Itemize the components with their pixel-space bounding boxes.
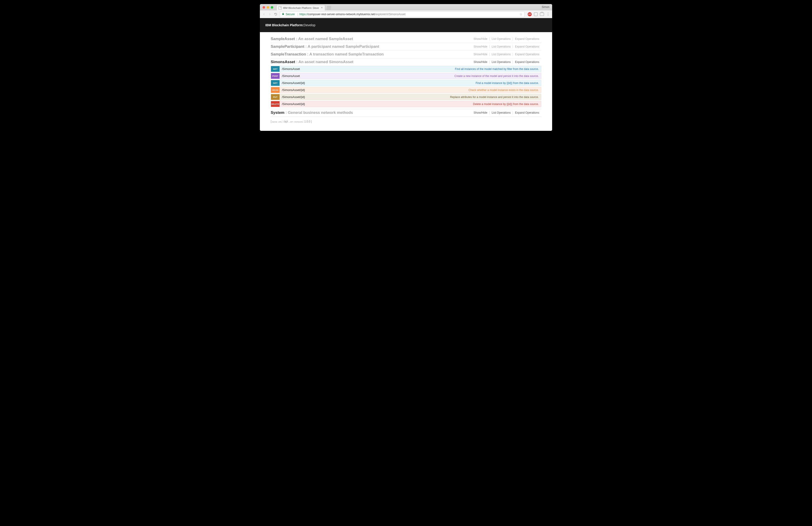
operation-path: /SimonsAsset [279,74,300,78]
api-section: SampleParticipant : A participant named … [271,43,541,51]
operation-path: /SimonsAsset/{id} [279,95,305,99]
page-icon [278,6,281,10]
operation-path: /SimonsAsset/{id} [279,81,305,85]
operation-path: /SimonsAsset/{id} [279,88,305,92]
section-description: A transaction named SampleTransaction [309,52,383,56]
operation-row[interactable]: PUT/SimonsAsset/{id}Replace attributes f… [271,94,541,100]
action-list-ops[interactable]: List Operations [489,37,513,41]
api-footer-meta: [ base url: /api , api version: 1.0.0 ] [271,117,541,124]
section-name: SampleTransaction [271,52,306,56]
base-url-label: base url [272,120,282,123]
action-list-ops[interactable]: List Operations [489,45,513,48]
adblock-extension-icon[interactable]: ABP [528,12,532,16]
section-header[interactable]: SimonsAsset : An asset named SimonsAsset… [271,58,541,66]
section-title[interactable]: SampleAsset : An asset named SampleAsset [271,37,353,41]
operation-description: Find all instances of the model matched … [455,67,541,71]
url-separator: | [298,13,298,16]
action-list-ops[interactable]: List Operations [489,60,513,64]
secure-label: Secure [286,13,295,16]
base-url-value: /api [284,120,288,123]
http-method-badge: GET [271,66,279,72]
forward-button[interactable] [268,13,272,16]
action-show-hide[interactable]: Show/Hide [472,111,489,114]
api-section: System : General business network method… [271,109,541,117]
url-path: /explorer/#/SimonsAsset [375,13,405,16]
operation-row[interactable]: DELETE/SimonsAsset/{id}Delete a model in… [271,101,541,107]
http-method-badge: DELETE [271,101,279,107]
section-actions: Show/HideList OperationsExpand Operation… [472,60,541,64]
section-actions: Show/HideList OperationsExpand Operation… [472,37,541,41]
http-method-badge: HEAD [271,87,279,93]
section-header[interactable]: SampleTransaction : A transaction named … [271,51,541,58]
window-zoom-button[interactable] [271,6,273,9]
bookmark-star-icon[interactable]: ☆ [520,13,522,16]
section-actions: Show/HideList OperationsExpand Operation… [472,45,541,48]
action-list-ops[interactable]: List Operations [489,53,513,56]
action-expand-ops[interactable]: Expand Operations [513,60,541,64]
section-actions: Show/HideList OperationsExpand Operation… [472,53,541,56]
api-version-label: api version [290,120,303,123]
action-show-hide[interactable]: Show/Hide [472,37,489,41]
action-expand-ops[interactable]: Expand Operations [513,53,541,56]
http-method-badge: POST [271,73,279,79]
section-title[interactable]: SampleTransaction : A transaction named … [271,52,384,57]
http-method-badge: GET [271,80,279,86]
section-description: An asset named SampleAsset [298,37,353,41]
operation-description: Check whether a model instance exists in… [468,89,541,92]
section-header[interactable]: SampleAsset : An asset named SampleAsset… [271,35,541,43]
section-name: SimonsAsset [271,60,295,64]
api-explorer-content: SampleAsset : An asset named SampleAsset… [260,32,552,131]
section-description: An asset named SimonsAsset [299,60,353,64]
action-show-hide[interactable]: Show/Hide [472,53,489,56]
http-method-badge: PUT [271,94,279,100]
operation-row[interactable]: POST/SimonsAssetCreate a new instance of… [271,73,541,79]
operation-description: Find a model instance by {{id}} from the… [476,81,541,85]
new-tab-button[interactable] [327,6,332,10]
section-name: SampleParticipant [271,44,304,49]
operation-row[interactable]: HEAD/SimonsAsset/{id}Check whether a mod… [271,87,541,93]
section-header[interactable]: SampleParticipant : A participant named … [271,43,541,50]
operation-row[interactable]: GET/SimonsAssetFind all instances of the… [271,66,541,72]
section-title[interactable]: SampleParticipant : A participant named … [271,44,379,49]
tab-strip: IBM Blockchain Platform: Deve × Simon [260,4,552,11]
tab-close-button[interactable]: × [321,6,323,9]
action-expand-ops[interactable]: Expand Operations [513,37,541,41]
action-list-ops[interactable]: List Operations [489,111,513,114]
reload-button[interactable] [274,13,277,16]
extension-icon[interactable] [534,13,538,16]
action-expand-ops[interactable]: Expand Operations [513,111,541,114]
section-actions: Show/HideList OperationsExpand Operation… [472,111,541,114]
operations-list: GET/SimonsAssetFind all instances of the… [271,66,541,109]
extension-icon[interactable] [540,13,544,16]
chrome-menu-button[interactable]: ⋮ [546,13,550,15]
brand-title-bold: IBM Blockchain Platform: [265,23,304,27]
section-name: System [271,110,284,115]
app-header: IBM Blockchain Platform: Develop [260,18,552,32]
api-section: SampleTransaction : A transaction named … [271,51,541,58]
api-section: SampleAsset : An asset named SampleAsset… [271,35,541,43]
back-button[interactable] [262,13,266,16]
operation-description: Replace attributes for a model instance … [450,95,541,99]
address-bar[interactable]: Secure | https:// composer-rest-server-s… [280,11,524,17]
section-description: A participant named SampleParticipant [308,44,379,49]
action-show-hide[interactable]: Show/Hide [472,45,489,48]
browser-tab[interactable]: IBM Blockchain Platform: Deve × [276,5,325,11]
brand-title-light: Develop [304,23,315,27]
operation-row[interactable]: GET/SimonsAsset/{id}Find a model instanc… [271,80,541,86]
window-controls [262,4,276,11]
section-title[interactable]: System : General business network method… [271,110,353,115]
operation-path: /SimonsAsset/{id} [279,102,305,106]
action-show-hide[interactable]: Show/Hide [472,60,489,64]
section-header[interactable]: System : General business network method… [271,109,541,117]
section-name: SampleAsset [271,37,295,41]
action-expand-ops[interactable]: Expand Operations [513,45,541,48]
operation-description: Delete a model instance by {{id}} from t… [473,103,541,106]
url-protocol: https:// [300,13,308,16]
operation-description: Create a new instance of the model and p… [454,74,541,78]
chrome-profile-label[interactable]: Simon [542,5,549,9]
extension-icons: ABP ⋮ [527,12,550,16]
section-title[interactable]: SimonsAsset : An asset named SimonsAsset [271,60,353,64]
window-minimize-button[interactable] [267,6,269,9]
section-description: General business network methods [288,110,353,115]
window-close-button[interactable] [263,6,265,9]
